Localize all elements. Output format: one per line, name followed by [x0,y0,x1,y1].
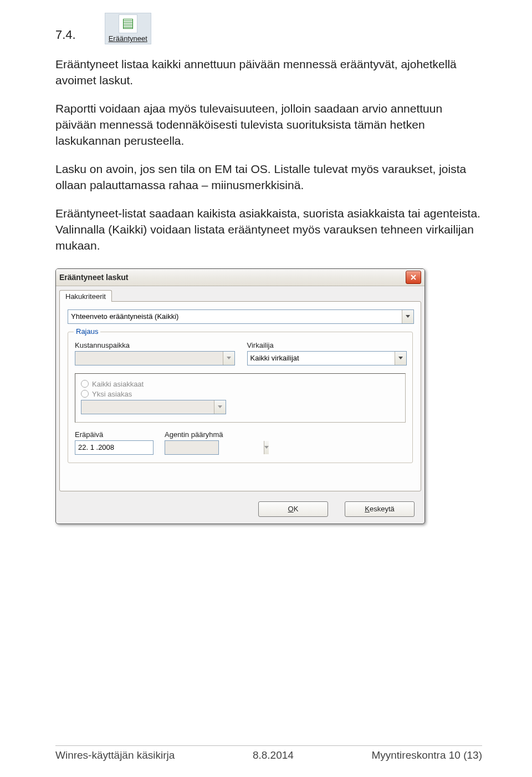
radio-label: Kaikki asiakkaat [92,380,144,388]
window-title: Erääntyneet laskut [59,273,406,282]
cancel-button[interactable]: Keskeytä [345,501,415,517]
toolbar-button-label: Erääntyneet [108,33,149,43]
kustannuspaikka-label: Kustannuspaikka [75,341,234,349]
footer-right: Myyntireskontra 10 (13) [371,749,482,761]
asiakas-group: Kaikki asiakkaat Yksi asiakas [75,373,406,423]
radio-icon [81,390,89,398]
titlebar: Erääntyneet laskut [56,269,424,286]
fieldset-legend: Rajaus [74,327,100,336]
chevron-down-icon [264,441,269,454]
paragraph: Raportti voidaan ajaa myös tulevaisuutee… [55,101,482,149]
agentin-paaryhma-label: Agentin pääryhmä [165,430,223,439]
tab-hakukriteerit[interactable]: Hakukriteerit [59,290,112,302]
agentin-paaryhma-select [165,440,219,455]
close-button[interactable] [406,271,421,284]
chevron-down-icon[interactable] [395,352,406,365]
paragraph: Erääntyneet listaa kaikki annettuun päiv… [55,57,482,89]
erapaiva-picker[interactable] [75,440,154,455]
virkailija-label: Virkailija [247,341,406,349]
erapaiva-value[interactable] [75,441,174,454]
summary-select[interactable] [68,309,414,324]
paragraph: Lasku on avoin, jos sen tila on EM tai O… [55,161,482,194]
section-number: 7.4. [55,28,76,42]
dialog-eraantyneet-laskut: Erääntyneet laskut Hakukriteerit Rajaus … [55,268,425,524]
erapaiva-label: Eräpäivä [75,430,154,439]
kustannuspaikka-select [75,351,235,365]
chevron-down-icon [214,400,226,414]
summary-select-value[interactable] [68,310,402,323]
asiakas-select [81,400,226,414]
footer-left: Winres-käyttäjän käsikirja [55,749,175,761]
virkailija-value[interactable] [248,352,395,365]
close-icon [410,274,417,281]
radio-kaikki-asiakkaat: Kaikki asiakkaat [81,380,400,388]
toolbar-button-eraantyneet[interactable]: Erääntyneet [105,13,151,44]
chevron-down-icon [223,352,234,365]
radio-yksi-asiakas: Yksi asiakas [81,390,400,398]
list-icon [119,14,137,33]
page-footer: Winres-käyttäjän käsikirja 8.8.2014 Myyn… [55,745,482,761]
paragraph: Erääntyneet-listat saadaan kaikista asia… [55,206,482,254]
radio-label: Yksi asiakas [92,390,132,398]
ok-button[interactable]: OK [258,501,328,517]
rajaus-fieldset: Rajaus Kustannuspaikka Virkailija [68,332,413,463]
chevron-down-icon[interactable] [402,310,413,323]
virkailija-select[interactable] [247,351,407,365]
footer-center: 8.8.2014 [253,749,294,761]
radio-icon [81,380,89,388]
